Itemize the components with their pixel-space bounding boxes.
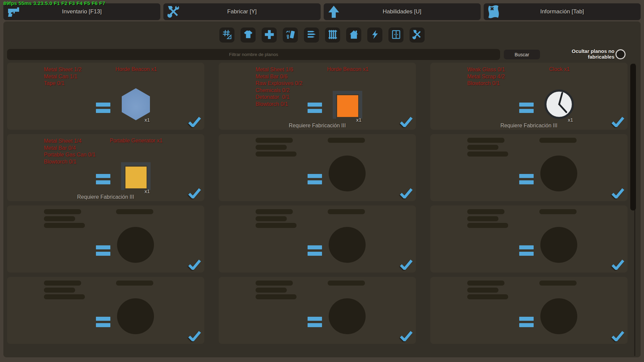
ingredient-line: Metal Can 1/1	[44, 73, 82, 80]
recipe-card-placeholder[interactable]	[7, 205, 204, 273]
requirement-label: Requiere Fabricación III	[219, 123, 416, 129]
crafting-screen: { "debug_text": "89fps 55ms 3.23.5.0 F1 …	[0, 0, 644, 362]
equals-icon	[308, 174, 322, 187]
equals-icon	[308, 103, 322, 115]
recipe-card-placeholder[interactable]	[219, 277, 416, 344]
ingredient-line: Blowtorch 0/1	[467, 80, 505, 87]
recipe-card-placeholder[interactable]	[430, 277, 628, 344]
ingredient-list: Metal Sheet 1/2Metal Can 1/1Tape 0/1	[44, 66, 82, 87]
recipe-card-placeholder[interactable]	[7, 277, 204, 344]
category-barricade-button[interactable]	[325, 27, 340, 43]
equals-icon	[308, 245, 322, 258]
debug-stats-text: 89fps 55ms 3.23.5.0 F1 F2 F3 F4 F5 F6 F7	[3, 0, 105, 6]
tab-habilidades[interactable]: Habilidades [U]	[324, 3, 481, 20]
recipe-card[interactable]: Weak Glass 0/1Metal Scrap 4/2Blowtorch 0…	[430, 63, 628, 130]
ingredient-placeholder-bar	[256, 152, 297, 157]
ingredient-line: Portable Gas Can 0/1	[44, 152, 96, 159]
equals-icon	[308, 317, 322, 329]
tab-label: Fabricar [Y]	[227, 8, 257, 15]
recipe-card[interactable]: Metal Sheet 1/4Metal Bar 0/4Portable Gas…	[7, 134, 204, 201]
fence-icon	[328, 29, 338, 41]
tab-label: Inventario [F13]	[62, 8, 102, 15]
ingredient-line: Detonator 0/1	[256, 94, 303, 101]
ingredient-placeholder-bar	[467, 138, 504, 143]
ingredient-placeholder-bar	[467, 152, 508, 157]
category-building-button[interactable]	[346, 27, 361, 43]
recipe-card[interactable]: Metal Sheet 1/2Metal Can 1/1Tape 0/1 Hor…	[7, 63, 204, 130]
ingredient-placeholder-bar	[256, 216, 287, 221]
recipe-card-placeholder[interactable]	[430, 134, 628, 201]
ingredient-line: Metal Sheet 1/6	[256, 66, 303, 73]
ingredient-line: Blowtorch 0/1	[256, 101, 303, 108]
tab-label: Información [Tab]	[540, 8, 584, 15]
tools-icon	[412, 29, 422, 41]
hide-uncraftable-toggle[interactable]	[615, 49, 626, 59]
equals-icon	[96, 174, 110, 187]
ingredient-line: Metal Sheet 1/2	[44, 66, 82, 73]
craftable-check-icon	[611, 117, 624, 127]
ingredient-placeholder-bar	[256, 209, 293, 214]
category-attachment-button[interactable]: T	[283, 27, 298, 43]
ingredient-placeholder-bars	[44, 209, 85, 230]
search-button[interactable]: Buscar	[504, 50, 540, 59]
product-placeholder-bar	[328, 209, 365, 214]
ingredient-placeholder-bar	[256, 281, 293, 286]
ingredient-line: Blowtorch 0/1	[44, 159, 96, 166]
item-icon-placeholder-circle	[329, 298, 366, 334]
shirt-icon	[243, 29, 253, 41]
recipe-card-placeholder[interactable]	[219, 134, 416, 201]
recipe-card[interactable]: Metal Sheet 1/6Metal Bar 0/6Raw Explosiv…	[219, 63, 416, 130]
ingredient-placeholder-bar	[256, 223, 297, 228]
hide-uncraftable-label: Ocultar planos no fabricables	[550, 48, 614, 60]
crafting-panel: T Buscar Ocultar planos no fabricables M…	[3, 21, 641, 357]
ingredient-placeholder-bar	[256, 288, 287, 293]
equals-icon	[96, 245, 110, 258]
category-bar: T	[219, 27, 425, 43]
product-placeholder-bar	[328, 281, 365, 286]
ingredient-placeholder-bar	[256, 294, 297, 299]
tab-informacion[interactable]: Información [Tab]	[484, 3, 641, 20]
product-placeholder-bar	[116, 209, 153, 214]
item-icon-placeholder-circle	[540, 156, 577, 191]
quantity-label: x1	[356, 117, 362, 123]
craftable-check-icon	[188, 331, 201, 341]
equals-icon	[96, 103, 110, 115]
category-clothing-button[interactable]	[240, 27, 256, 43]
equals-icon	[96, 317, 110, 329]
filter-input[interactable]	[7, 49, 500, 60]
product-placeholder-bar	[539, 209, 577, 214]
ingredient-placeholder-bar	[256, 145, 287, 150]
ingredient-placeholder-bars	[467, 138, 508, 159]
square-yellow-item-icon	[119, 158, 153, 193]
ingredient-placeholder-bars	[467, 281, 508, 301]
scrollbar-thumb[interactable]	[630, 64, 636, 210]
category-blueprint-button[interactable]	[219, 27, 234, 43]
category-electrical-button[interactable]	[367, 27, 382, 43]
item-icon-placeholder-circle	[540, 227, 577, 263]
tab-label: Habilidades [U]	[383, 8, 421, 15]
ingredient-line: Metal Bar 0/4	[44, 145, 96, 152]
ingredient-placeholder-bar	[44, 281, 81, 286]
hammer-wrench-icon	[166, 5, 180, 19]
quantity-label: x1	[145, 117, 150, 123]
ingredient-placeholder-bar	[467, 216, 498, 221]
ingredient-list: Weak Glass 0/1Metal Scrap 4/2Blowtorch 0…	[467, 66, 505, 87]
category-furniture-button[interactable]	[388, 27, 404, 43]
ingredient-placeholder-bar	[467, 288, 498, 293]
ammo-icon	[307, 29, 317, 41]
recipe-card-placeholder[interactable]	[430, 205, 628, 273]
category-medical-button[interactable]	[262, 27, 277, 43]
ingredient-line: Tape 0/1	[44, 80, 82, 87]
ingredient-placeholder-bar	[467, 209, 504, 214]
category-tools-button[interactable]	[410, 27, 425, 43]
ingredient-placeholder-bar	[44, 294, 85, 299]
category-ammo-button[interactable]	[304, 27, 319, 43]
product-name: Horde Beacon x1	[89, 66, 183, 72]
ingredient-line: Metal Bar 0/6	[256, 73, 303, 80]
ingredient-placeholder-bar	[44, 288, 75, 293]
ingredient-placeholder-bar	[44, 209, 81, 214]
tab-fabricar[interactable]: Fabricar [Y]	[163, 3, 320, 20]
quantity-label: x1	[145, 188, 150, 194]
recipe-card-placeholder[interactable]	[219, 205, 416, 273]
craftable-check-icon	[611, 331, 624, 341]
